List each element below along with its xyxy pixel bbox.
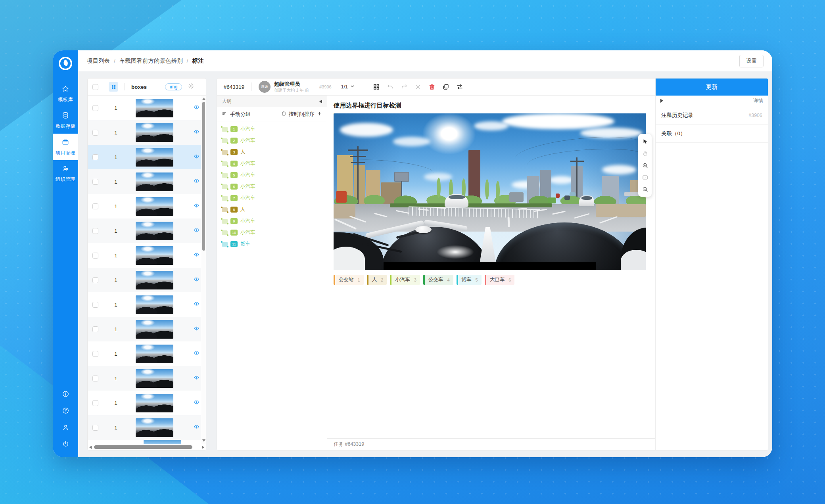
scroll-down-arrow[interactable]: [202, 439, 205, 442]
scroll-left-arrow[interactable]: [89, 446, 92, 449]
image-thumbnail[interactable]: [136, 369, 173, 388]
scroll-right-arrow[interactable]: [202, 446, 204, 449]
image-thumbnail[interactable]: [136, 246, 173, 265]
code-icon[interactable]: [194, 227, 200, 235]
scrollbar-thumb[interactable]: [94, 445, 192, 449]
row-checkbox[interactable]: [92, 105, 98, 111]
list-item[interactable]: 1: [88, 268, 206, 292]
grid-view-icon[interactable]: [373, 83, 380, 90]
list-item[interactable]: 1: [88, 169, 206, 194]
row-checkbox[interactable]: [92, 376, 98, 381]
zoom-in-icon[interactable]: [640, 161, 650, 170]
code-icon[interactable]: [194, 129, 200, 136]
power-icon[interactable]: [62, 440, 69, 449]
label-chip[interactable]: 小汽车3: [390, 275, 420, 285]
breadcrumb-projects[interactable]: 项目列表: [87, 57, 110, 65]
image-thumbnail[interactable]: [136, 271, 173, 289]
select-all-checkbox[interactable]: [92, 84, 98, 90]
list-item[interactable]: 1: [88, 96, 206, 120]
settings-button[interactable]: 设置: [739, 55, 764, 67]
breadcrumb-project-name[interactable]: 车载图看前方的景色辨别: [119, 57, 183, 65]
scrollbar-thumb[interactable]: [202, 102, 205, 251]
list-item[interactable]: 1: [88, 194, 206, 218]
horizontal-scrollbar[interactable]: [88, 444, 206, 450]
info-icon[interactable]: [62, 390, 69, 399]
list-item[interactable]: 1: [88, 366, 206, 391]
scroll-up-arrow[interactable]: [202, 98, 205, 100]
row-checkbox[interactable]: [92, 400, 98, 406]
sort-by-time-toggle[interactable]: 按时间排序: [281, 111, 322, 118]
image-thumbnail[interactable]: [136, 148, 173, 167]
code-icon[interactable]: [194, 399, 200, 407]
copy-icon[interactable]: [442, 83, 449, 90]
image-thumbnail[interactable]: [136, 295, 173, 314]
code-icon[interactable]: [194, 276, 200, 284]
user-icon[interactable]: [62, 424, 69, 433]
sidebar-item-templates[interactable]: 模板库: [53, 80, 78, 107]
row-checkbox[interactable]: [92, 228, 98, 234]
swap-icon[interactable]: [456, 83, 463, 90]
manual-group-toggle[interactable]: 手动分组: [222, 111, 251, 118]
row-checkbox[interactable]: [92, 351, 98, 357]
sidebar-item-data-storage[interactable]: 数据存储: [53, 107, 78, 134]
row-checkbox[interactable]: [92, 425, 98, 431]
row-checkbox[interactable]: [92, 253, 98, 259]
list-item[interactable]: 1: [88, 145, 206, 169]
bounding-box[interactable]: [334, 113, 334, 114]
annotation-pager[interactable]: 1/1: [341, 84, 355, 90]
annotation-item[interactable]: 2小汽车: [217, 135, 327, 146]
annotation-item[interactable]: 1小汽车: [217, 123, 327, 135]
collapse-left-icon[interactable]: [319, 100, 322, 103]
row-checkbox[interactable]: [92, 277, 98, 283]
sidebar-item-projects[interactable]: 项目管理: [53, 134, 78, 160]
label-chip[interactable]: 公交站1: [334, 275, 364, 285]
zoom-out-icon[interactable]: [640, 184, 650, 194]
code-icon[interactable]: [194, 301, 200, 309]
code-icon[interactable]: [194, 252, 200, 259]
list-item[interactable]: 1: [88, 120, 206, 145]
annotation-history-row[interactable]: 注释历史记录 #3906: [656, 106, 768, 125]
row-checkbox[interactable]: [92, 203, 98, 209]
list-item[interactable]: 1: [88, 317, 206, 341]
code-icon[interactable]: [194, 375, 200, 382]
close-icon[interactable]: [414, 83, 422, 90]
sidebar-item-organization[interactable]: 组织管理: [53, 160, 78, 187]
list-item[interactable]: 1: [88, 391, 206, 415]
image-thumbnail[interactable]: [136, 222, 173, 240]
row-checkbox[interactable]: [92, 154, 98, 160]
image-thumbnail[interactable]: [136, 345, 173, 363]
image-thumbnail[interactable]: [136, 418, 173, 437]
row-checkbox[interactable]: [92, 130, 98, 136]
redo-icon[interactable]: [401, 83, 408, 90]
image-thumbnail[interactable]: [136, 394, 173, 412]
label-chip[interactable]: 人2: [367, 275, 387, 285]
image-thumbnail[interactable]: [136, 172, 173, 191]
list-item[interactable]: 1: [88, 415, 206, 440]
label-chip[interactable]: 公交车4: [423, 275, 453, 285]
undo-icon[interactable]: [387, 83, 394, 90]
expand-right-icon[interactable]: [660, 99, 663, 103]
list-item[interactable]: 1: [88, 292, 206, 317]
code-icon[interactable]: [194, 424, 200, 431]
fit-screen-icon[interactable]: [640, 172, 650, 182]
code-icon[interactable]: [194, 104, 200, 112]
annotation-canvas[interactable]: [334, 113, 646, 270]
annotation-item[interactable]: 8人: [217, 204, 327, 215]
list-item[interactable]: 1: [88, 341, 206, 366]
row-checkbox[interactable]: [92, 326, 98, 332]
annotation-item[interactable]: 9小汽车: [217, 215, 327, 227]
row-checkbox[interactable]: [92, 179, 98, 185]
annotation-item[interactable]: 6小汽车: [217, 181, 327, 192]
annotation-item[interactable]: 10小汽车: [217, 227, 327, 238]
annotation-item[interactable]: 11货车: [217, 238, 327, 250]
list-item[interactable]: 1: [88, 218, 206, 243]
help-icon[interactable]: [62, 407, 69, 416]
grid-view-toggle[interactable]: [109, 82, 118, 92]
label-chip[interactable]: 大巴车6: [485, 275, 515, 285]
image-thumbnail[interactable]: [136, 320, 173, 339]
image-thumbnail[interactable]: [136, 123, 173, 142]
code-icon[interactable]: [194, 178, 200, 186]
annotation-item[interactable]: 4小汽车: [217, 158, 327, 169]
avatar[interactable]: 超级: [259, 81, 271, 93]
label-chip[interactable]: 货车5: [457, 275, 482, 285]
